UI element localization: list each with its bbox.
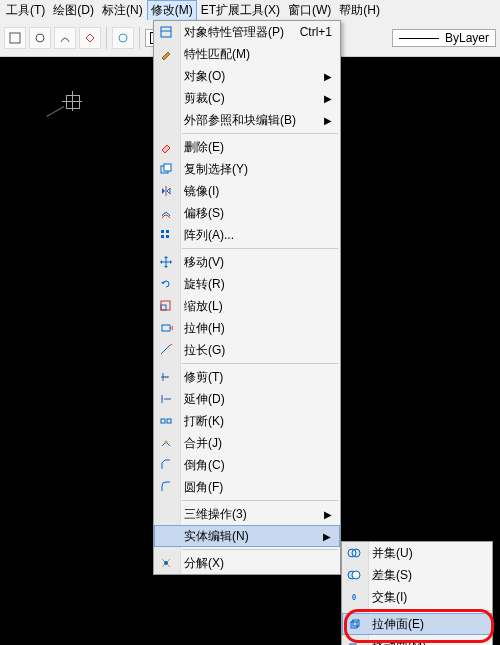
menu-separator <box>182 500 338 501</box>
menu-separator <box>182 549 338 550</box>
menubar-item[interactable]: ET扩展工具(X) <box>197 0 284 21</box>
modify-menu-item[interactable]: 外部参照和块编辑(B)▶ <box>154 109 340 131</box>
svg-point-27 <box>352 571 360 579</box>
svg-rect-13 <box>162 325 170 331</box>
blank-icon <box>158 112 174 128</box>
modify-menu-item[interactable]: 阵列(A)... <box>154 224 340 246</box>
svg-line-14 <box>161 346 169 354</box>
modify-menu-item[interactable]: 延伸(D) <box>154 388 340 410</box>
menu-item-label: 拉伸(H) <box>184 320 332 337</box>
stretch-icon <box>158 320 174 336</box>
solid-submenu-item[interactable]: 拉伸面(E) <box>342 613 492 635</box>
modify-menu-item[interactable]: 实体编辑(N)▶ <box>154 525 340 547</box>
modify-menu-item[interactable]: 特性匹配(M) <box>154 43 340 65</box>
menu-item-label: 三维操作(3) <box>184 506 324 523</box>
modify-menu-item[interactable]: 移动(V) <box>154 251 340 273</box>
tool-btn-3[interactable] <box>54 27 76 49</box>
modify-menu-item[interactable]: 拉长(G) <box>154 339 340 361</box>
menu-item-label: 剪裁(C) <box>184 90 324 107</box>
modify-menu-item[interactable]: 分解(X) <box>154 552 340 574</box>
svg-rect-6 <box>164 164 171 171</box>
modify-menu: 对象特性管理器(P)Ctrl+1特性匹配(M)对象(O)▶剪裁(C)▶外部参照和… <box>153 20 341 575</box>
solid-edit-submenu: 并集(U)差集(S)交集(I)拉伸面(E)移动面(M)偏移面(O) <box>341 541 493 645</box>
menubar-item[interactable]: 窗口(W) <box>284 0 335 21</box>
modify-menu-item[interactable]: 删除(E) <box>154 136 340 158</box>
linetype-label: ByLayer <box>445 31 489 45</box>
solid-submenu-item[interactable]: 并集(U) <box>342 542 492 564</box>
svg-rect-0 <box>10 33 20 43</box>
match-icon <box>158 46 174 62</box>
svg-rect-20 <box>161 419 165 423</box>
submenu-arrow-icon: ▶ <box>324 71 332 82</box>
menu-item-label: 并集(U) <box>372 545 484 562</box>
modify-menu-item[interactable]: 缩放(L) <box>154 295 340 317</box>
lengthen-icon <box>158 342 174 358</box>
menubar-item[interactable]: 绘图(D) <box>49 0 98 21</box>
svg-rect-7 <box>161 230 164 233</box>
submenu-arrow-icon: ▶ <box>324 93 332 104</box>
modify-menu-item[interactable]: 三维操作(3)▶ <box>154 503 340 525</box>
modify-menu-item[interactable]: 偏移(S) <box>154 202 340 224</box>
modify-menu-item[interactable]: 拉伸(H) <box>154 317 340 339</box>
tool-btn-1[interactable] <box>4 27 26 49</box>
modify-menu-item[interactable]: 旋转(R) <box>154 273 340 295</box>
menu-item-label: 外部参照和块编辑(B) <box>184 112 324 129</box>
menu-item-label: 阵列(A)... <box>184 227 332 244</box>
scale-icon <box>158 298 174 314</box>
menu-item-label: 倒角(C) <box>184 457 332 474</box>
menu-item-label: 删除(E) <box>184 139 332 156</box>
modify-menu-item[interactable]: 对象特性管理器(P)Ctrl+1 <box>154 21 340 43</box>
solid-submenu-item[interactable]: 移动面(M) <box>342 635 492 645</box>
submenu-arrow-icon: ▶ <box>323 531 331 542</box>
break-icon <box>158 413 174 429</box>
svg-rect-10 <box>166 235 169 238</box>
menu-item-label: 差集(S) <box>372 567 484 584</box>
modify-menu-item[interactable]: 镜像(I) <box>154 180 340 202</box>
menu-item-label: 实体编辑(N) <box>184 528 323 545</box>
separator <box>106 27 107 49</box>
chamfer-icon <box>158 457 174 473</box>
tool-btn-5[interactable] <box>112 27 134 49</box>
fillet-icon <box>158 479 174 495</box>
modify-menu-item[interactable]: 打断(K) <box>154 410 340 432</box>
modify-menu-item[interactable]: 对象(O)▶ <box>154 65 340 87</box>
svg-point-22 <box>165 441 168 444</box>
menubar-item[interactable]: 工具(T) <box>2 0 49 21</box>
menu-separator <box>182 133 338 134</box>
tool-btn-4[interactable] <box>79 27 101 49</box>
menubar-item[interactable]: 帮助(H) <box>335 0 384 21</box>
menu-item-label: 旋转(R) <box>184 276 332 293</box>
solid-submenu-item[interactable]: 差集(S) <box>342 564 492 586</box>
copy-icon <box>158 161 174 177</box>
menubar-item[interactable]: 修改(M) <box>147 0 197 21</box>
subtract-icon <box>346 567 362 583</box>
menu-item-label: 缩放(L) <box>184 298 332 315</box>
svg-point-2 <box>119 34 127 42</box>
menu-item-label: 修剪(T) <box>184 369 332 386</box>
array-icon <box>158 227 174 243</box>
solid-submenu-item[interactable]: 交集(I) <box>342 586 492 608</box>
menu-item-label: 对象特性管理器(P) <box>184 24 300 41</box>
separator <box>139 27 140 49</box>
crosshair-cursor <box>66 95 80 109</box>
linetype-dropdown[interactable]: ByLayer <box>392 29 496 47</box>
svg-rect-9 <box>161 235 164 238</box>
svg-rect-8 <box>166 230 169 233</box>
menu-item-label: 拉长(G) <box>184 342 332 359</box>
menu-shortcut: Ctrl+1 <box>300 25 332 39</box>
modify-menu-item[interactable]: 修剪(T) <box>154 366 340 388</box>
blank-icon <box>158 90 174 106</box>
modify-menu-item[interactable]: 剪裁(C)▶ <box>154 87 340 109</box>
tool-btn-2[interactable] <box>29 27 51 49</box>
svg-rect-28 <box>351 622 357 628</box>
modify-menu-item[interactable]: 复制选择(Y) <box>154 158 340 180</box>
menu-item-label: 对象(O) <box>184 68 324 85</box>
trim-icon <box>158 369 174 385</box>
submenu-arrow-icon: ▶ <box>324 509 332 520</box>
modify-menu-item[interactable]: 合并(J) <box>154 432 340 454</box>
modify-menu-item[interactable]: 圆角(F) <box>154 476 340 498</box>
menu-item-label: 偏移(S) <box>184 205 332 222</box>
menu-item-label: 分解(X) <box>184 555 332 572</box>
modify-menu-item[interactable]: 倒角(C) <box>154 454 340 476</box>
menubar-item[interactable]: 标注(N) <box>98 0 147 21</box>
